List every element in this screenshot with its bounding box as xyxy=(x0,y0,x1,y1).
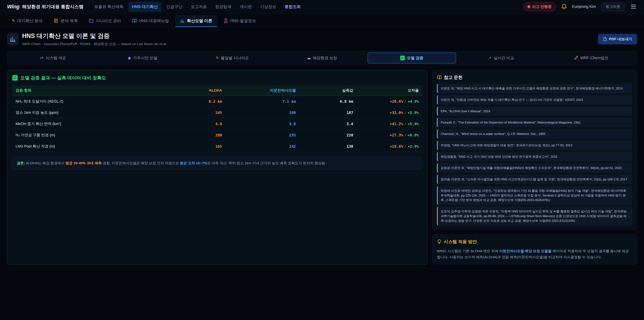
main-menu-item-1[interactable]: HNS·대기확산 xyxy=(128,2,162,12)
validation-table-row: NH₃ 최대 도달거리 (AEGL-2)8.2 km7.1 km6.8 km+2… xyxy=(12,96,422,107)
error-lee: +2.9% xyxy=(408,144,419,149)
page-title: HNS 대기확산 모델 이론 및 검증 xyxy=(22,32,167,40)
validation-title-text: 모델 검증 결과 — 실측 데이터 대비 정확도 xyxy=(20,75,106,81)
topnav-right-group: 사고 진행중 Eunjeong Kim 로그아웃 xyxy=(523,2,637,11)
section-tab-3[interactable]: ☁해양환경 보정 xyxy=(278,53,366,64)
error-lee: +5.9% xyxy=(408,122,419,126)
row-item-label: H₂ 가연성 구름 반경 (m) xyxy=(12,130,164,141)
bell-icon xyxy=(561,4,567,10)
references-card: 참고 문헌 이문진 외, "해양 HNS 사고 시 대기확산 예측을 위한 가우… xyxy=(432,70,637,230)
section-tab-4[interactable]: ✓모델 검증 xyxy=(368,53,456,64)
main-menu-item-6[interactable]: 기상정보 xyxy=(256,2,280,12)
section-tab-label: 모델 검증 xyxy=(407,55,423,61)
page-subtitle: WRF-Chem · Gaussian Plume/Puff · ROMS · … xyxy=(22,42,167,46)
logout-button[interactable]: 로그아웃 xyxy=(601,2,625,11)
text-segment: 경향. 이문진박사모델은 해양 보정 인자 적용으로 xyxy=(102,161,180,165)
row-measured-value: 6.8 km xyxy=(299,96,356,107)
error-separator: / xyxy=(403,99,408,104)
row-item-label: MeOH 증기 확산 면적 (km²) xyxy=(12,118,164,130)
reference-item-2: 이문진 외, "친환경 선박연료 해양 유출 시 대기확산 특성 연구 — 암모… xyxy=(437,95,632,105)
module-tab-label: HNS 물질정보 xyxy=(230,18,256,24)
module-tab-1[interactable]: 분석 목록 xyxy=(49,15,82,27)
rocket-icon xyxy=(574,56,578,60)
error-lee: +5.9% xyxy=(408,111,419,115)
section-tab-label: WRF-Chem발전 xyxy=(580,55,608,61)
target-icon: ◉ xyxy=(128,56,131,60)
module-tab-label: HNS 대응매뉴얼 xyxy=(139,18,169,24)
module-tab-5[interactable]: HNS 물질정보 xyxy=(219,15,261,27)
section-tab-1[interactable]: ◉가우시안 모델 xyxy=(98,53,187,64)
validation-table-row: LNG Pool 확산 직경 (m)165142138+19.6%/+2.9% xyxy=(12,141,422,152)
references-title-text: 참고 문헌 xyxy=(444,75,462,80)
references-card-title: 참고 문헌 xyxy=(437,75,632,80)
user-name: Eunjeong Kim xyxy=(572,4,596,9)
application-card: 시스템 적용 방안 WING 시스템은 기본 ALOHA 엔진 위에 이문진박사… xyxy=(432,234,637,264)
row-aloha-value: 4.8 xyxy=(164,118,226,130)
module-tab-2[interactable]: 시나리오 관리 xyxy=(84,15,126,27)
main-menu-item-5[interactable]: 게시판 xyxy=(236,2,256,12)
text-segment: 로 대폭 개선. 특히 염소 1km 이내 근거리 농도 예측 정확도가 현저히… xyxy=(207,161,326,165)
row-aloha-value: 280 xyxy=(164,130,226,141)
app-title: 해양환경 위기대응 통합시스템 xyxy=(22,4,84,10)
list-icon xyxy=(54,18,58,24)
validation-table-row: H₂ 가연성 구름 반경 (m)280235220+27.3%/+6.8% xyxy=(12,130,422,141)
row-item-label: NH₃ 최대 도달거리 (AEGL-2) xyxy=(12,96,164,107)
row-lee-value: 3.6 xyxy=(226,118,299,130)
row-item-label: 염소 1km 지점 농도 (ppm) xyxy=(12,107,164,118)
col-header-lee-model: 이문진박사모델 xyxy=(226,85,299,96)
reference-item-5: Charnock, H., "Wind stress on a water su… xyxy=(437,129,632,139)
row-error-value: +41.2%/+5.9% xyxy=(356,118,422,130)
reference-item-3: EPA, "ALOHA User's Manual", 2024 xyxy=(437,107,632,116)
text-segment: ALOHA는 해양 환경에서 xyxy=(25,161,66,165)
reference-item-4: Pasquill, F., "The Estimation of the Dis… xyxy=(437,118,632,127)
row-lee-value: 198 xyxy=(226,107,299,118)
error-lee: +6.8% xyxy=(408,133,419,137)
page-header-left: HNS 대기확산 모델 이론 및 검증 WRF-Chem · Gaussian … xyxy=(7,32,167,46)
brand[interactable]: Wing 해양환경 위기대응 통합시스템 xyxy=(7,4,84,10)
col-header-aloha: ALOHA xyxy=(164,85,226,96)
error-aloha: +31.0% xyxy=(390,111,403,115)
check-icon: ✓ xyxy=(400,56,405,60)
section-tab-label: 가우시안 모델 xyxy=(133,55,157,61)
module-tab-4[interactable]: 확산모델 이론 xyxy=(175,15,217,27)
error-aloha: +20.6% xyxy=(390,99,403,104)
row-lee-value: 235 xyxy=(226,130,299,141)
lightbulb-icon xyxy=(437,239,442,244)
reference-item-1: 이문진 외, "해양 HNS 사고 시 대기확산 예측을 위한 가우시안 모델의… xyxy=(437,84,632,93)
flask-icon xyxy=(224,18,228,24)
hamburger-menu-icon[interactable] xyxy=(630,4,637,10)
section-tab-label: 실시간 비교 xyxy=(494,55,514,61)
validation-table: 검증 항목 ALOHA 이문진박사모델 실측값 오차율 NH₃ 최대 도달거리 … xyxy=(12,85,422,152)
pencil-icon: ✎ xyxy=(216,56,219,60)
section-tab-label: 물질별 시나리오 xyxy=(221,55,249,61)
error-separator: / xyxy=(403,122,408,126)
references-list: 이문진 외, "해양 HNS 사고 시 대기확산 예측을 위한 가우시안 모델의… xyxy=(437,84,632,225)
application-card-title: 시스템 적용 방안 xyxy=(437,239,632,245)
main-menu-item-0[interactable]: 유출유 확산예측 xyxy=(90,2,127,12)
main-menu-item-7[interactable]: 통합조회 xyxy=(281,2,304,12)
module-tab-3[interactable]: HNS 대응매뉴얼 xyxy=(128,15,174,27)
notifications-bell-button[interactable] xyxy=(561,4,567,10)
wing-logo-icon: Wing xyxy=(7,4,20,10)
text-segment: 평균 오차 ±5~7% xyxy=(180,161,207,165)
module-tab-0[interactable]: ✎대기확산 분석 xyxy=(7,15,47,27)
main-content: ✓ 모델 검증 결과 — 실측 데이터 대비 정확도 검증 항목 ALOHA 이… xyxy=(0,65,644,270)
row-error-value: +20.6%/+4.4% xyxy=(356,96,422,107)
section-tab-5[interactable]: ⚡실시간 비교 xyxy=(457,53,546,64)
trend-icon xyxy=(40,56,44,60)
reference-item-10: 박경애·이진호·박재진·김태성·이문진, "인공위성 원격탐사 기반 AI 활용… xyxy=(437,186,632,205)
section-tab-2[interactable]: ✎물질별 시나리오 xyxy=(188,53,276,64)
main-menu-item-3[interactable]: 보고자료 xyxy=(187,2,210,12)
validation-table-row: 염소 1km 지점 농도 (ppm)245198187+31.0%/+5.9% xyxy=(12,107,422,118)
col-header-measured: 실측값 xyxy=(299,85,356,96)
section-tab-0[interactable]: 시스템 개요 xyxy=(8,53,97,64)
pdf-export-button[interactable]: PDF 내보내기 xyxy=(598,34,637,44)
main-menu-item-4[interactable]: 항공탐색 xyxy=(212,2,235,12)
section-tab-6[interactable]: WRF-Chem발전 xyxy=(547,53,636,64)
main-menu-item-2[interactable]: 긴급구난 xyxy=(162,2,186,12)
right-column: 참고 문헌 이문진 외, "해양 HNS 사고 시 대기확산 예측을 위한 가우… xyxy=(432,70,637,265)
top-navbar: Wing 해양환경 위기대응 통합시스템 유출유 확산예측HNS·대기확산긴급구… xyxy=(0,0,644,14)
chart-icon xyxy=(7,33,18,45)
error-aloha: +41.2% xyxy=(390,122,403,126)
module-tab-label: 분석 목록 xyxy=(60,18,78,24)
